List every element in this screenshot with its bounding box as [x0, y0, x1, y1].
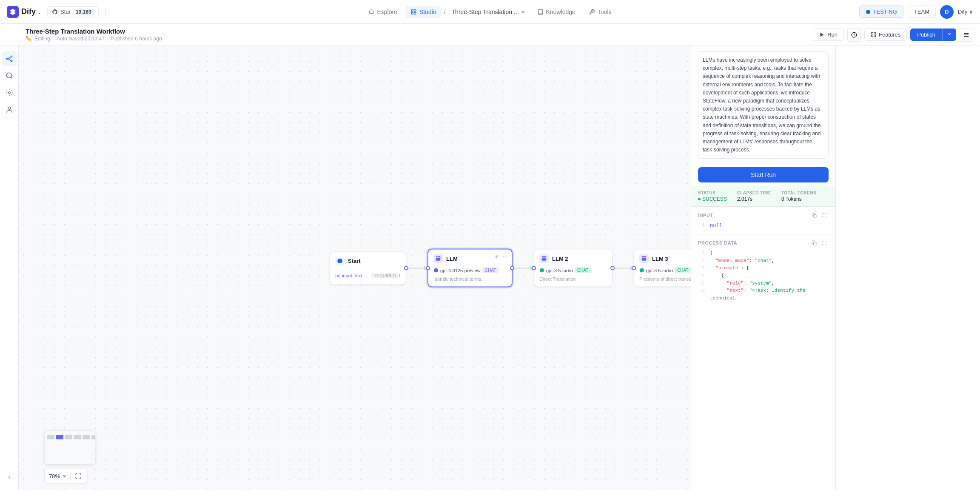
- connector-3: [612, 266, 634, 270]
- field-info-icon: ℹ: [399, 273, 401, 278]
- llm2-node[interactable]: LLM 2 gpt-3.5-turbo CHAT Direct Translat…: [534, 249, 612, 287]
- process-line-2: 2 "model_mode": "chat",: [698, 257, 829, 265]
- published-text: Published 6 hours ago: [111, 36, 162, 42]
- llm-panel: LLM: [835, 0, 980, 490]
- status-label: STATUS: [698, 191, 727, 195]
- workflow-meta: ✏️ Editing · Auto-Saved 20:13:47 · Publi…: [26, 36, 162, 42]
- start-node[interactable]: Start {x} input_text REQUIRED ℹ: [330, 251, 406, 285]
- svg-point-31: [434, 268, 438, 272]
- breadcrumb-separator: /: [444, 9, 446, 15]
- llm-node-icons: ⊞ ···: [493, 253, 508, 260]
- status-dot: [698, 198, 701, 200]
- svg-point-17: [11, 60, 12, 62]
- svg-point-20: [6, 73, 11, 78]
- mini-map-nodes: [47, 435, 95, 439]
- tokens-col: TOTAL TOKENS 0 Tokens: [781, 191, 817, 202]
- llm3-input-handle[interactable]: [632, 266, 636, 270]
- llm2-input-handle[interactable]: [532, 266, 536, 270]
- logo-icon: [7, 6, 19, 18]
- run-button[interactable]: Run: [813, 28, 844, 41]
- zoom-divider: [70, 473, 71, 479]
- llm-chat-badge: CHAT: [482, 268, 499, 273]
- workflow-breadcrumb[interactable]: Three-Step Translation ...: [448, 7, 529, 17]
- github-star-button[interactable]: Star 19,183: [47, 6, 99, 17]
- llm2-output-handle[interactable]: [610, 266, 615, 270]
- process-section: PROCESS DATA 1 { 2 "model_mod: [691, 234, 835, 490]
- llm-node-icon: [433, 254, 443, 263]
- mini-llm4: [83, 435, 90, 439]
- test-run-content: VARIABLE Start {x} input_text LLMs have …: [691, 23, 835, 490]
- sidebar-item-workflow[interactable]: [2, 51, 17, 66]
- star-label: Star: [60, 9, 71, 15]
- llm2-description: Direct Translation: [539, 276, 607, 282]
- svg-point-21: [8, 92, 10, 94]
- llm2-model-name: gpt-3.5-turbo: [546, 268, 573, 273]
- publish-main[interactable]: Publish: [910, 28, 942, 41]
- user-avatar[interactable]: D: [940, 5, 954, 19]
- mini-llm2: [65, 435, 72, 439]
- test-run-panel: Test Run LLM VARIABLE Start {x} input_te…: [691, 0, 835, 490]
- start-node-output-handle[interactable]: [404, 266, 408, 270]
- input-title: INPUT: [698, 213, 713, 218]
- connector-2: [513, 266, 534, 270]
- svg-point-5: [866, 10, 870, 14]
- llm-node[interactable]: ⊞ ··· LLM gpt-4-0125-preview CHAT Identi…: [427, 249, 513, 288]
- history-button[interactable]: [847, 28, 861, 42]
- app-logo[interactable]: Dify .: [7, 6, 40, 18]
- svg-rect-55: [814, 242, 817, 245]
- nav-explore[interactable]: Explore: [364, 6, 402, 18]
- top-navigation: Dify . Star 19,183 Explore Studio / Thre…: [0, 0, 980, 24]
- expand-process-button[interactable]: [820, 239, 829, 247]
- nav-tools[interactable]: Tools: [584, 6, 617, 18]
- user-name[interactable]: Dify ∨: [958, 9, 973, 15]
- publish-button[interactable]: Publish: [910, 28, 956, 41]
- llm-node-input-handle[interactable]: [426, 266, 430, 270]
- svg-rect-1: [412, 9, 413, 11]
- llm-node-output-handle[interactable]: [510, 266, 514, 270]
- llm3-chat-badge: CHAT: [675, 268, 691, 273]
- input-text-label: {x} input_text: [335, 273, 362, 278]
- testing-button[interactable]: TESTING: [859, 6, 903, 18]
- status-col: STATUS SUCCESS: [698, 191, 727, 202]
- zoom-fit-button[interactable]: [74, 472, 83, 480]
- editing-label: Editing: [34, 36, 50, 42]
- settings-button[interactable]: [960, 28, 973, 42]
- elapsed-label: ELAPSED TIME: [737, 191, 771, 195]
- node-expand-icon[interactable]: ⊞: [493, 253, 500, 260]
- zoom-level-display[interactable]: 78%: [49, 473, 67, 479]
- process-line-3: 3 "prompts": [: [698, 265, 829, 272]
- sidebar-item-explore[interactable]: [2, 68, 17, 83]
- studio-breadcrumb[interactable]: Studio: [406, 6, 442, 18]
- sidebar-collapse-button[interactable]: [3, 471, 15, 483]
- llm3-node-icon: [639, 254, 649, 263]
- svg-rect-8: [872, 33, 873, 34]
- svg-rect-28: [436, 256, 441, 261]
- breadcrumb: Studio / Three-Step Translation ...: [406, 6, 529, 18]
- svg-point-16: [11, 56, 12, 57]
- start-run-button[interactable]: Start Run: [698, 167, 829, 182]
- features-button[interactable]: Features: [864, 28, 907, 41]
- llm2-model-row: gpt-3.5-turbo CHAT: [539, 267, 607, 276]
- llm2-chat-badge: CHAT: [575, 268, 591, 273]
- tokens-label: TOTAL TOKENS: [781, 191, 817, 195]
- process-line-6: 6 "text": "<Task: Identify the technical: [698, 287, 829, 302]
- expand-input-button[interactable]: [820, 211, 829, 219]
- variable-text-content[interactable]: LLMs have increasingly been employed to …: [698, 51, 829, 159]
- svg-rect-54: [814, 215, 817, 218]
- svg-point-27: [337, 258, 342, 263]
- svg-marker-6: [820, 33, 824, 37]
- sidebar-item-tools[interactable]: [2, 85, 17, 100]
- node-more-icon[interactable]: ···: [501, 253, 508, 260]
- copy-process-button[interactable]: [810, 239, 818, 247]
- copy-input-button[interactable]: [810, 211, 818, 219]
- publish-dropdown[interactable]: [942, 28, 956, 41]
- mini-map: [44, 430, 95, 464]
- status-section: STATUS SUCCESS ELAPSED TIME 2.017s TOTAL…: [691, 186, 835, 207]
- start-node-icon: [335, 256, 345, 265]
- svg-point-37: [640, 268, 644, 272]
- required-tag: REQUIRED: [371, 273, 398, 278]
- sidebar-item-user[interactable]: [2, 102, 17, 117]
- nav-knowledge[interactable]: Knowledge: [533, 6, 581, 18]
- team-button[interactable]: TEAM: [908, 6, 936, 18]
- elapsed-value: 2.017s: [737, 196, 771, 202]
